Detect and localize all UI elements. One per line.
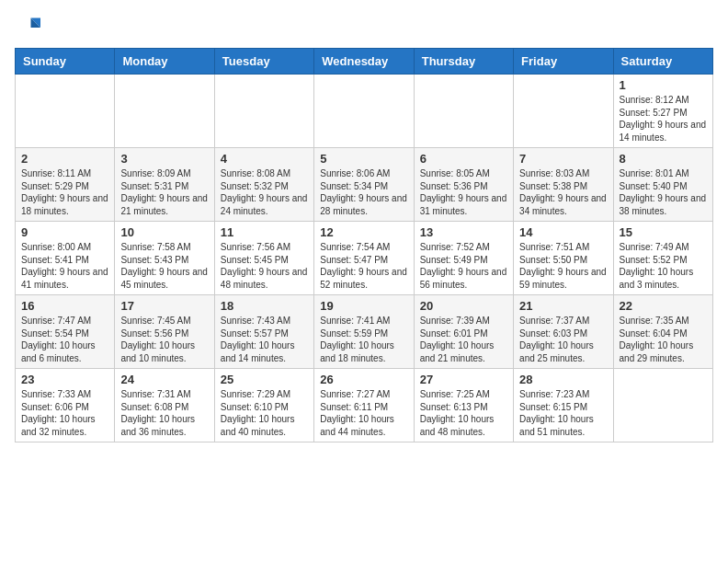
day-info: Sunrise: 7:25 AM Sunset: 6:13 PM Dayligh…	[420, 388, 507, 438]
day-info: Sunrise: 7:23 AM Sunset: 6:15 PM Dayligh…	[519, 388, 607, 438]
week-row-3: 16Sunrise: 7:47 AM Sunset: 5:54 PM Dayli…	[16, 295, 713, 369]
day-info: Sunrise: 8:00 AM Sunset: 5:41 PM Dayligh…	[21, 241, 108, 291]
day-info: Sunrise: 7:29 AM Sunset: 6:10 PM Dayligh…	[221, 388, 308, 438]
weekday-header-row: SundayMondayTuesdayWednesdayThursdayFrid…	[16, 49, 713, 75]
day-number: 18	[221, 299, 308, 313]
day-number: 12	[320, 225, 407, 239]
calendar-cell: 15Sunrise: 7:49 AM Sunset: 5:52 PM Dayli…	[613, 222, 712, 295]
calendar-cell: 13Sunrise: 7:52 AM Sunset: 5:49 PM Dayli…	[414, 222, 513, 295]
day-info: Sunrise: 7:41 AM Sunset: 5:59 PM Dayligh…	[320, 315, 407, 364]
day-info: Sunrise: 7:58 AM Sunset: 5:43 PM Dayligh…	[120, 241, 208, 291]
day-info: Sunrise: 7:27 AM Sunset: 6:11 PM Dayligh…	[320, 388, 407, 438]
day-info: Sunrise: 7:39 AM Sunset: 6:01 PM Dayligh…	[420, 315, 507, 364]
weekday-header-sunday: Sunday	[16, 49, 115, 75]
week-row-4: 23Sunrise: 7:33 AM Sunset: 6:06 PM Dayli…	[16, 369, 713, 442]
calendar-cell: 16Sunrise: 7:47 AM Sunset: 5:54 PM Dayli…	[16, 295, 115, 369]
day-info: Sunrise: 7:31 AM Sunset: 6:08 PM Dayligh…	[120, 388, 208, 438]
day-info: Sunrise: 7:33 AM Sunset: 6:06 PM Dayligh…	[21, 388, 108, 438]
day-number: 23	[21, 373, 108, 386]
calendar-cell: 5Sunrise: 8:06 AM Sunset: 5:34 PM Daylig…	[314, 148, 414, 222]
calendar-cell: 9Sunrise: 8:00 AM Sunset: 5:41 PM Daylig…	[16, 222, 115, 295]
weekday-header-wednesday: Wednesday	[314, 49, 414, 75]
day-info: Sunrise: 7:51 AM Sunset: 5:50 PM Dayligh…	[519, 241, 607, 291]
logo-icon	[15, 15, 40, 40]
day-number: 19	[320, 299, 407, 313]
calendar-cell: 1Sunrise: 8:12 AM Sunset: 5:27 PM Daylig…	[613, 75, 712, 148]
calendar-cell: 2Sunrise: 8:11 AM Sunset: 5:29 PM Daylig…	[16, 148, 115, 222]
day-info: Sunrise: 8:11 AM Sunset: 5:29 PM Dayligh…	[21, 167, 108, 217]
day-number: 3	[120, 152, 208, 166]
weekday-header-thursday: Thursday	[414, 49, 513, 75]
calendar-cell: 24Sunrise: 7:31 AM Sunset: 6:08 PM Dayli…	[115, 369, 214, 442]
day-number: 15	[620, 225, 707, 239]
day-info: Sunrise: 8:08 AM Sunset: 5:32 PM Dayligh…	[221, 167, 308, 217]
day-number: 20	[420, 299, 507, 313]
calendar-cell: 28Sunrise: 7:23 AM Sunset: 6:15 PM Dayli…	[514, 369, 613, 442]
day-info: Sunrise: 8:09 AM Sunset: 5:31 PM Dayligh…	[120, 167, 208, 217]
calendar-cell: 10Sunrise: 7:58 AM Sunset: 5:43 PM Dayli…	[115, 222, 214, 295]
day-number: 7	[519, 152, 607, 166]
day-info: Sunrise: 7:35 AM Sunset: 6:04 PM Dayligh…	[620, 315, 707, 364]
header	[15, 15, 713, 40]
weekday-header-saturday: Saturday	[613, 49, 712, 75]
calendar: SundayMondayTuesdayWednesdayThursdayFrid…	[15, 48, 713, 442]
day-number: 28	[519, 373, 607, 386]
calendar-cell: 23Sunrise: 7:33 AM Sunset: 6:06 PM Dayli…	[16, 369, 115, 442]
calendar-cell: 14Sunrise: 7:51 AM Sunset: 5:50 PM Dayli…	[514, 222, 613, 295]
day-info: Sunrise: 8:06 AM Sunset: 5:34 PM Dayligh…	[320, 167, 407, 217]
day-info: Sunrise: 8:12 AM Sunset: 5:27 PM Dayligh…	[620, 94, 707, 144]
day-number: 11	[221, 225, 308, 239]
calendar-cell: 12Sunrise: 7:54 AM Sunset: 5:47 PM Dayli…	[314, 222, 414, 295]
day-info: Sunrise: 7:43 AM Sunset: 5:57 PM Dayligh…	[221, 315, 308, 364]
day-info: Sunrise: 8:05 AM Sunset: 5:36 PM Dayligh…	[420, 167, 507, 217]
calendar-cell: 11Sunrise: 7:56 AM Sunset: 5:45 PM Dayli…	[214, 222, 313, 295]
day-info: Sunrise: 7:37 AM Sunset: 6:03 PM Dayligh…	[519, 315, 607, 364]
day-info: Sunrise: 7:47 AM Sunset: 5:54 PM Dayligh…	[21, 315, 108, 364]
calendar-cell: 21Sunrise: 7:37 AM Sunset: 6:03 PM Dayli…	[514, 295, 613, 369]
day-number: 24	[120, 373, 208, 386]
week-row-2: 9Sunrise: 8:00 AM Sunset: 5:41 PM Daylig…	[16, 222, 713, 295]
day-number: 9	[21, 225, 108, 239]
calendar-cell: 20Sunrise: 7:39 AM Sunset: 6:01 PM Dayli…	[414, 295, 513, 369]
day-number: 1	[620, 78, 707, 92]
logo	[15, 15, 44, 40]
day-info: Sunrise: 7:54 AM Sunset: 5:47 PM Dayligh…	[320, 241, 407, 291]
calendar-cell: 7Sunrise: 8:03 AM Sunset: 5:38 PM Daylig…	[514, 148, 613, 222]
calendar-cell: 8Sunrise: 8:01 AM Sunset: 5:40 PM Daylig…	[613, 148, 712, 222]
week-row-0: 1Sunrise: 8:12 AM Sunset: 5:27 PM Daylig…	[16, 75, 713, 148]
calendar-cell: 17Sunrise: 7:45 AM Sunset: 5:56 PM Dayli…	[115, 295, 214, 369]
day-info: Sunrise: 8:03 AM Sunset: 5:38 PM Dayligh…	[519, 167, 607, 217]
day-number: 2	[21, 152, 108, 166]
day-number: 21	[519, 299, 607, 313]
day-info: Sunrise: 7:45 AM Sunset: 5:56 PM Dayligh…	[120, 315, 208, 364]
calendar-cell	[414, 75, 513, 148]
calendar-cell: 22Sunrise: 7:35 AM Sunset: 6:04 PM Dayli…	[613, 295, 712, 369]
calendar-cell	[115, 75, 214, 148]
calendar-cell: 25Sunrise: 7:29 AM Sunset: 6:10 PM Dayli…	[214, 369, 313, 442]
day-number: 17	[120, 299, 208, 313]
weekday-header-monday: Monday	[115, 49, 214, 75]
calendar-cell	[16, 75, 115, 148]
weekday-header-friday: Friday	[514, 49, 613, 75]
calendar-cell: 4Sunrise: 8:08 AM Sunset: 5:32 PM Daylig…	[214, 148, 313, 222]
day-number: 4	[221, 152, 308, 166]
calendar-cell	[613, 369, 712, 442]
calendar-cell	[514, 75, 613, 148]
calendar-cell: 18Sunrise: 7:43 AM Sunset: 5:57 PM Dayli…	[214, 295, 313, 369]
day-number: 22	[620, 299, 707, 313]
week-row-1: 2Sunrise: 8:11 AM Sunset: 5:29 PM Daylig…	[16, 148, 713, 222]
calendar-cell: 19Sunrise: 7:41 AM Sunset: 5:59 PM Dayli…	[314, 295, 414, 369]
day-number: 14	[519, 225, 607, 239]
calendar-cell: 26Sunrise: 7:27 AM Sunset: 6:11 PM Dayli…	[314, 369, 414, 442]
day-number: 13	[420, 225, 507, 239]
weekday-header-tuesday: Tuesday	[214, 49, 313, 75]
day-number: 5	[320, 152, 407, 166]
day-info: Sunrise: 8:01 AM Sunset: 5:40 PM Dayligh…	[620, 167, 707, 217]
day-number: 26	[320, 373, 407, 386]
day-info: Sunrise: 7:52 AM Sunset: 5:49 PM Dayligh…	[420, 241, 507, 291]
day-number: 8	[620, 152, 707, 166]
day-info: Sunrise: 7:56 AM Sunset: 5:45 PM Dayligh…	[221, 241, 308, 291]
day-number: 10	[120, 225, 208, 239]
day-info: Sunrise: 7:49 AM Sunset: 5:52 PM Dayligh…	[620, 241, 707, 291]
calendar-cell	[214, 75, 313, 148]
